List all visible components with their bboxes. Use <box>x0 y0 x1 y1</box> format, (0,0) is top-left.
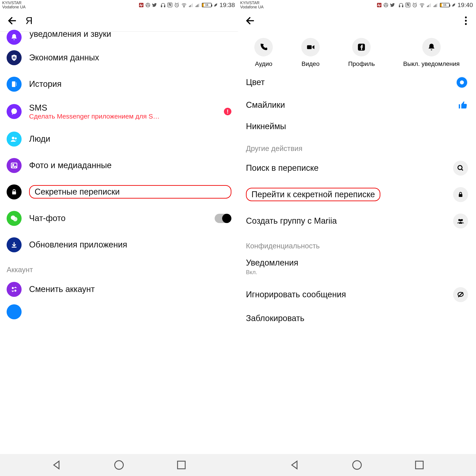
nav-back[interactable] <box>289 459 300 471</box>
thumbs-up-icon <box>458 100 468 110</box>
secret-chats-item[interactable]: Секретные переписки <box>0 179 238 205</box>
notifications-item[interactable]: Уведомления Вкл. <box>238 252 476 281</box>
video-label: Видео <box>302 60 320 68</box>
color-label: Цвет <box>246 78 265 87</box>
svg-rect-15 <box>13 57 14 59</box>
leaf-icon <box>213 3 218 7</box>
alert-icon: ! <box>224 108 231 115</box>
ignore-label: Игнорировать сообщения <box>246 290 346 299</box>
screen-settings: KYIVSTAR Vodafone UA N <box>0 0 238 454</box>
headphones-icon <box>160 2 166 8</box>
svg-rect-25 <box>12 191 16 194</box>
svg-rect-9 <box>191 4 192 7</box>
chat-heads-toggle[interactable] <box>215 214 231 223</box>
wifi-icon <box>419 2 425 8</box>
partial-icon <box>7 304 22 319</box>
photos-item[interactable]: Фото и медиаданные <box>0 152 238 179</box>
carrier2: Vodafone UA <box>2 5 26 9</box>
svg-rect-13 <box>198 4 198 7</box>
alarm-icon <box>412 2 417 8</box>
block-item[interactable]: Заблокировать <box>238 308 476 329</box>
carrier1: KYIVSTAR <box>2 1 26 5</box>
nav-recents[interactable] <box>414 459 425 471</box>
history-label: История <box>29 79 231 89</box>
svg-rect-44 <box>437 3 437 7</box>
switch-icon <box>7 282 22 297</box>
svg-rect-51 <box>459 194 462 197</box>
nav-back[interactable] <box>51 459 62 471</box>
svg-point-57 <box>115 461 123 469</box>
nav-home[interactable] <box>113 459 125 471</box>
svg-rect-37 <box>427 6 428 7</box>
video-call-shortcut[interactable]: Видео <box>301 38 320 68</box>
emoji-item[interactable]: Смайлики <box>238 94 476 116</box>
profile-label: Профиль <box>348 60 375 68</box>
sms-item[interactable]: SMS Сделать Messenger приложением для S…… <box>0 97 238 126</box>
image-icon <box>7 158 22 173</box>
back-button[interactable] <box>5 15 19 27</box>
svg-rect-39 <box>429 4 430 7</box>
carrier1: KYIVSTAR <box>240 1 264 5</box>
battery-icon: 16 <box>202 3 212 7</box>
svg-rect-8 <box>190 5 191 7</box>
svg-rect-14 <box>199 3 199 7</box>
wifi-icon <box>181 2 187 8</box>
create-group-label: Создать группу с Mariia <box>246 216 337 226</box>
search-icon <box>453 161 468 176</box>
heartrate-icon <box>377 3 382 7</box>
svg-rect-19 <box>16 82 17 86</box>
svg-rect-12 <box>197 5 197 7</box>
block-label: Заблокировать <box>246 314 304 323</box>
nav-home[interactable] <box>351 459 363 471</box>
color-item[interactable]: Цвет <box>238 70 476 94</box>
svg-rect-33 <box>399 5 400 7</box>
svg-point-20 <box>11 108 17 114</box>
data-saver-item[interactable]: Экономия данных <box>0 45 238 71</box>
phone-icon <box>254 38 273 56</box>
chat-heads-item[interactable]: Чат-фото <box>0 205 238 232</box>
switch-account-item[interactable]: Сменить аккаунт <box>0 276 238 303</box>
svg-point-36 <box>422 6 422 7</box>
create-group-item[interactable]: Создать группу с Mariia <box>238 208 476 234</box>
video-icon <box>301 38 320 56</box>
screen-conversation-details: KYIVSTAR Vodafone UA N <box>238 0 476 454</box>
back-button[interactable] <box>243 15 257 27</box>
go-secret-item[interactable]: Перейти к секретной переписке <box>238 181 476 208</box>
audio-call-shortcut[interactable]: Аудио <box>254 38 273 68</box>
go-secret-label: Перейти к секретной переписке <box>252 190 375 199</box>
partial-item[interactable] <box>0 303 238 325</box>
svg-point-22 <box>15 137 17 139</box>
search-conversation-item[interactable]: Поиск в переписке <box>238 155 476 181</box>
people-item[interactable]: Люди <box>0 126 238 152</box>
mute-shortcut[interactable]: Выкл. уведомления <box>403 38 460 68</box>
svg-point-24 <box>13 164 14 166</box>
color-swatch-icon <box>456 76 468 89</box>
more-button[interactable] <box>461 16 471 25</box>
svg-rect-16 <box>14 56 15 59</box>
page-title: Я <box>26 15 33 26</box>
group-icon <box>453 214 468 229</box>
nicknames-item[interactable]: Никнеймы <box>238 116 476 137</box>
people-label: Люди <box>29 134 231 144</box>
leaf-icon <box>451 3 456 7</box>
signal1-icon <box>189 3 193 7</box>
svg-rect-7 <box>189 6 190 7</box>
notifications-item-cut[interactable]: уведомления и звуки <box>0 31 238 45</box>
svg-rect-58 <box>178 461 185 469</box>
twitter-icon <box>152 3 157 7</box>
status-time: 19:38 <box>220 2 235 8</box>
svg-rect-4 <box>164 5 165 7</box>
nav-recents[interactable] <box>176 459 187 471</box>
status-bar: KYIVSTAR Vodafone UA N <box>238 0 476 10</box>
history-item[interactable]: История <box>0 71 238 97</box>
signal1-icon <box>427 3 431 7</box>
ignore-item[interactable]: Игнорировать сообщения <box>238 281 476 308</box>
app-updates-item[interactable]: Обновления приложения <box>0 232 238 258</box>
svg-point-29 <box>15 289 17 291</box>
svg-rect-11 <box>196 6 196 7</box>
profile-shortcut[interactable]: Профиль <box>348 38 375 68</box>
status-time: 19:40 <box>458 2 473 8</box>
alarm-icon <box>174 2 179 8</box>
svg-rect-60 <box>416 461 423 469</box>
svg-point-46 <box>465 20 467 22</box>
